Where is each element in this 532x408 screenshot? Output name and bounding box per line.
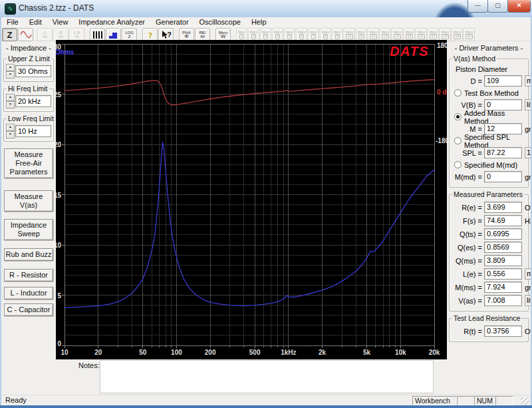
piston-diameter-label: Piston Diameter bbox=[452, 65, 526, 73]
limit-value-field[interactable]: 30 Ohms bbox=[15, 65, 51, 77]
parameter-value-field[interactable]: 0.556 bbox=[484, 268, 522, 280]
parameter-value-field[interactable]: 109 bbox=[484, 75, 522, 87]
parameter-row: M(md) =0grams bbox=[452, 171, 526, 182]
notes-input[interactable] bbox=[100, 360, 434, 393]
toolbar-memory-4-button: Mem4 bbox=[272, 28, 283, 41]
r-resistor-button[interactable]: R - Resistor bbox=[4, 269, 53, 282]
toolbar-memory-write-button[interactable]: MemW bbox=[215, 28, 231, 41]
rub-and-buzz-button[interactable]: Rub and Buzz bbox=[4, 248, 53, 261]
limit-value-field[interactable]: 10 Hz bbox=[15, 125, 51, 137]
toolbar-log-z-scale-button[interactable]: LOGZ bbox=[122, 28, 137, 41]
svg-text:1kHz: 1kHz bbox=[281, 349, 296, 356]
svg-text:2k: 2k bbox=[319, 349, 327, 356]
parameter-row: Q(es) =0.8569 bbox=[452, 242, 526, 253]
svg-text:180°: 180° bbox=[437, 42, 447, 49]
radio-icon[interactable] bbox=[454, 113, 462, 120]
parameter-label: Q(ts) = bbox=[452, 230, 484, 238]
parameter-label: F(s) = bbox=[452, 217, 484, 225]
status-pane-num: NUM bbox=[474, 396, 496, 405]
radio-icon[interactable] bbox=[454, 161, 462, 168]
parameter-label: Q(ms) = bbox=[452, 257, 484, 265]
driver-parameters-header: - Driver Parameters - bbox=[447, 41, 531, 52]
svg-text:20: 20 bbox=[56, 141, 61, 148]
toolbar-separator bbox=[33, 28, 37, 40]
spin-up-button[interactable]: ▲ bbox=[6, 94, 15, 101]
spin-up-button[interactable]: ▲ bbox=[6, 124, 15, 131]
radio-icon[interactable] bbox=[454, 89, 462, 97]
parameter-row: SPL =87.221W/1m bbox=[452, 147, 526, 158]
limit-value-field[interactable]: 20 kHz bbox=[15, 95, 51, 107]
spin-down-button[interactable]: ▼ bbox=[6, 101, 15, 108]
toolbar-memory-8-button: Mem8 bbox=[320, 28, 331, 41]
toolbar-memory-6-button: Mem6 bbox=[296, 28, 307, 41]
toolbar-memory-15-button: Mem15 bbox=[404, 28, 415, 41]
toolbar-impedance-magnitude-button[interactable]: Z bbox=[2, 28, 17, 41]
group-label: Upper Z Limit bbox=[7, 55, 51, 63]
parameter-value-field[interactable]: 3.699 bbox=[484, 202, 522, 213]
spin-up-button[interactable]: ▲ bbox=[6, 64, 15, 71]
close-button[interactable]: ✕ bbox=[507, 0, 531, 13]
parameter-value-field[interactable]: 0.3756 bbox=[484, 325, 522, 337]
toolbar-memory-7-button: Mem7 bbox=[308, 28, 319, 41]
svg-text:?: ? bbox=[167, 31, 172, 39]
radio-added-mass-method[interactable]: Added Mass Method bbox=[454, 112, 526, 121]
measured-parameters-group: Measured Parameters R(e) =3.699OhmsF(s) … bbox=[449, 194, 529, 311]
parameter-value-field[interactable]: 87.22 bbox=[484, 147, 522, 158]
toolbar-separator bbox=[174, 28, 178, 40]
group-hi-freq-limit: Hi Freq Limit▲▼20 kHz bbox=[3, 89, 54, 112]
svg-text:100: 100 bbox=[171, 349, 182, 356]
c-capacitor-button[interactable]: C - Capacitor bbox=[4, 304, 53, 316]
parameter-row: L(e) =0.556mH (1k) bbox=[452, 268, 526, 280]
radio-specified-spl-method[interactable]: Specified SPL Method bbox=[454, 136, 526, 145]
menu-file[interactable]: File bbox=[1, 17, 24, 26]
status-message: Ready bbox=[5, 396, 27, 404]
toolbar-memory-1-button: Mem1 bbox=[236, 28, 247, 41]
menu-impedance-analyzer[interactable]: Impedance Analyzer bbox=[73, 17, 150, 26]
group-upper-z-limit: Upper Z Limit▲▼30 Ohms bbox=[3, 59, 54, 82]
measure-free-air-button[interactable]: Measure Free-Air Parameters bbox=[4, 148, 53, 178]
parameter-value-field[interactable]: 7.008 bbox=[484, 295, 522, 306]
parameter-value-field[interactable]: 0.8569 bbox=[484, 242, 522, 253]
toolbar-help-button[interactable]: ? bbox=[142, 28, 158, 41]
toolbar-real-imaginary-button[interactable]: RE/IM bbox=[195, 28, 210, 41]
measure-vas-button[interactable]: Measure V(as) bbox=[4, 190, 53, 212]
status-pane-workbench: Workbench bbox=[412, 396, 457, 405]
resize-grip[interactable] bbox=[521, 397, 529, 405]
minimize-button[interactable]: — bbox=[467, 0, 488, 13]
menu-help[interactable]: Help bbox=[246, 17, 272, 26]
impedance-panel-header: - Impedance - bbox=[1, 41, 56, 52]
svg-text:Ohms: Ohms bbox=[56, 49, 74, 56]
svg-text:5k: 5k bbox=[363, 349, 371, 356]
radio-specified-m-md-[interactable]: Specified M(md) bbox=[454, 160, 526, 169]
svg-text:50: 50 bbox=[139, 349, 147, 356]
menu-edit[interactable]: Edit bbox=[24, 17, 47, 26]
toolbar-generator-sine-button[interactable] bbox=[18, 28, 33, 41]
menu-view[interactable]: View bbox=[47, 17, 74, 26]
toolbar-memory-19-button: Mem19 bbox=[452, 28, 463, 41]
impedance-panel: - Impedance - Upper Z Limit▲▼30 OhmsHi F… bbox=[1, 41, 56, 395]
parameter-value-field[interactable]: 0 bbox=[484, 171, 522, 182]
parameter-label: M(ms) = bbox=[452, 284, 484, 292]
radio-test-box-method[interactable]: Test Box Method bbox=[454, 89, 526, 97]
toolbar-spectrum-bars-button[interactable] bbox=[90, 28, 105, 41]
context-help-icon: ? bbox=[161, 30, 172, 39]
spin-down-button[interactable]: ▼ bbox=[6, 131, 15, 138]
toolbar-context-help-button[interactable]: ? bbox=[158, 28, 174, 41]
parameter-value-field[interactable]: 74.69 bbox=[484, 215, 522, 226]
parameter-value-field[interactable]: 0.6995 bbox=[484, 228, 522, 240]
menu-oscilloscope[interactable]: Oscilloscope bbox=[194, 17, 246, 26]
test-lead-resistance-group: Test Lead Resistance R(t) =0.3756Ohms bbox=[449, 318, 529, 342]
group-low-freq-limit: Low Freq Limit▲▼10 Hz bbox=[3, 118, 54, 142]
parameter-value-field[interactable]: 3.809 bbox=[484, 255, 522, 266]
group-label: Hi Freq Limit bbox=[7, 85, 49, 93]
toolbar-memory-10-button: Mem10 bbox=[344, 28, 355, 41]
maximize-button[interactable]: ▢ bbox=[487, 0, 508, 13]
parameter-value-field[interactable]: 7.924 bbox=[484, 282, 522, 293]
spin-down-button[interactable]: ▼ bbox=[6, 71, 15, 79]
l-inductor-button[interactable]: L - Inductor bbox=[4, 287, 53, 300]
toolbar-histogram-button[interactable] bbox=[106, 28, 121, 41]
toolbar-phase-button[interactable]: PHAΦ bbox=[179, 28, 194, 41]
impedance-sweep-button[interactable]: Impedance Sweep bbox=[4, 219, 53, 240]
menu-generator[interactable]: Generator bbox=[150, 17, 194, 26]
radio-icon[interactable] bbox=[454, 137, 462, 144]
